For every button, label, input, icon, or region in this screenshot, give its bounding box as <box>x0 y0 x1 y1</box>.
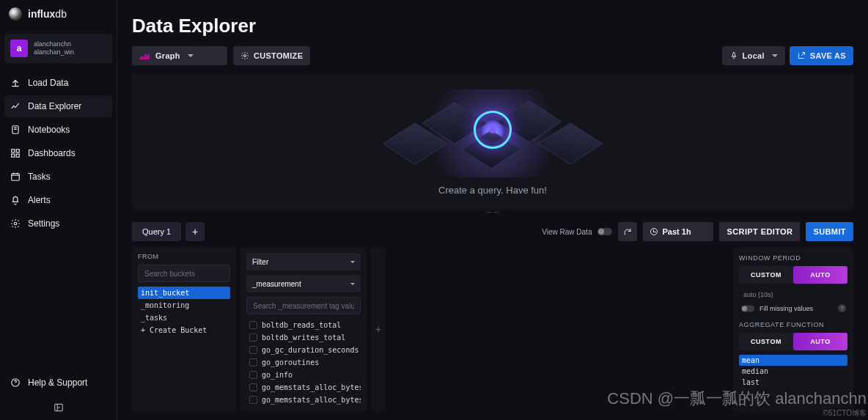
bucket-list: init_bucket _monitoring _tasks + Create … <box>138 287 230 405</box>
svg-rect-1 <box>12 150 15 152</box>
refresh-button[interactable] <box>618 222 637 241</box>
sidebar-item-help[interactable]: Help & Support <box>0 370 117 395</box>
page-title: Data Explorer <box>132 15 256 37</box>
customize-label: CUSTOMIZE <box>254 51 303 60</box>
add-query-button[interactable]: + <box>185 222 205 241</box>
aggregate-auto-button[interactable]: AUTO <box>793 333 847 350</box>
measurement-item[interactable]: go_info <box>246 369 361 381</box>
filter-key-dropdown[interactable]: _measurement <box>246 275 361 292</box>
window-period-label: WINDOW PERIOD <box>739 254 847 262</box>
bell-icon <box>10 195 21 205</box>
fill-missing-label: Fill missing values <box>760 305 813 312</box>
gear-icon <box>240 51 249 60</box>
empty-illustration <box>383 89 603 177</box>
sidebar: influxdb a alanchanchn alanchan_win Load… <box>0 0 117 420</box>
bucket-item[interactable]: init_bucket <box>138 287 230 299</box>
sidebar-item-tasks[interactable]: Tasks <box>4 166 112 188</box>
bucket-search-input[interactable] <box>138 265 230 282</box>
logo-text: influxdb <box>28 8 67 20</box>
help-icon[interactable]: ? <box>838 304 846 312</box>
aggregate-item[interactable]: median <box>739 366 847 377</box>
sidebar-item-dashboards[interactable]: Dashboards <box>4 142 112 164</box>
submit-button[interactable]: SUBMIT <box>806 222 853 241</box>
sidebar-item-load-data[interactable]: Load Data <box>4 72 112 94</box>
grid-icon <box>10 148 21 158</box>
fill-missing-toggle[interactable] <box>741 305 754 312</box>
save-as-button[interactable]: SAVE AS <box>790 46 853 65</box>
measurement-item[interactable]: go_memstats_alloc_bytes <box>246 381 361 394</box>
visualization-area: Create a query. Have fun! <box>132 74 853 210</box>
svg-rect-3 <box>12 154 15 157</box>
add-filter-button[interactable]: + <box>371 247 386 411</box>
raw-data-toggle[interactable] <box>597 228 612 235</box>
filter-panel: Filter _measurement boltdb_reads_total b… <box>240 247 367 411</box>
export-icon <box>797 51 806 60</box>
nav-label: Notebooks <box>28 125 70 135</box>
from-panel: FROM init_bucket _monitoring _tasks + Cr… <box>132 247 236 411</box>
aggregate-custom-button[interactable]: CUSTOM <box>739 333 793 350</box>
measurement-item[interactable]: go_gc_duration_seconds <box>246 344 361 356</box>
filter-type-label: Filter <box>252 258 268 266</box>
bucket-item[interactable]: _tasks <box>138 312 230 324</box>
nav-label: Data Explorer <box>28 101 81 111</box>
query-tab-1[interactable]: Query 1 <box>132 222 181 241</box>
nav-label: Help & Support <box>28 377 87 388</box>
aggregate-item[interactable]: mean <box>739 355 847 366</box>
pin-icon <box>729 51 738 60</box>
nav: Load Data Data Explorer Notebooks Dashbo… <box>0 69 117 237</box>
gear-icon <box>10 218 21 229</box>
nav-label: Alerts <box>28 195 51 205</box>
sidebar-item-notebooks[interactable]: Notebooks <box>4 119 112 141</box>
time-range-dropdown[interactable]: Past 1h <box>643 222 713 241</box>
measurement-item[interactable]: go_goroutines <box>246 356 361 369</box>
clock-icon <box>650 228 658 235</box>
measurement-item[interactable]: go_memstats_alloc_bytes_total <box>246 394 361 405</box>
aggregate-function-list: mean median last <box>739 355 847 405</box>
customize-button[interactable]: CUSTOMIZE <box>233 46 310 65</box>
sidebar-item-alerts[interactable]: Alerts <box>4 189 112 211</box>
resize-handle[interactable] <box>484 212 501 215</box>
logo[interactable]: influxdb <box>0 0 117 28</box>
save-as-label: SAVE AS <box>810 51 846 60</box>
timezone-label: Local <box>743 51 765 60</box>
svg-point-9 <box>244 55 246 57</box>
svg-rect-5 <box>12 174 20 180</box>
measurement-search-input[interactable] <box>246 297 361 314</box>
measurement-item[interactable]: boltdb_reads_total <box>246 319 361 331</box>
window-period-toggle: CUSTOM AUTO <box>739 266 847 284</box>
calendar-icon <box>10 172 21 182</box>
avatar: a <box>10 40 28 57</box>
help-icon <box>10 377 21 388</box>
svg-rect-2 <box>16 150 19 152</box>
create-bucket-item[interactable]: + Create Bucket <box>138 324 230 336</box>
graph-icon <box>139 52 150 59</box>
filter-type-dropdown[interactable]: Filter <box>246 253 361 270</box>
user-tile[interactable]: a alanchanchn alanchan_win <box>4 34 112 63</box>
viz-type-dropdown[interactable]: Graph <box>132 46 227 65</box>
sidebar-item-data-explorer[interactable]: Data Explorer <box>4 95 112 117</box>
nav-label: Tasks <box>28 172 51 182</box>
aggregate-toggle: CUSTOM AUTO <box>739 333 847 350</box>
functions-panel: WINDOW PERIOD CUSTOM AUTO auto (10s) Fil… <box>733 247 853 411</box>
nav-label: Load Data <box>28 78 68 88</box>
logo-icon <box>9 7 22 21</box>
filter-key-label: _measurement <box>252 280 301 288</box>
measurement-item[interactable]: boltdb_writes_total <box>246 331 361 344</box>
nav-label: Dashboards <box>28 148 76 158</box>
notebook-icon <box>10 125 21 135</box>
window-auto-button[interactable]: AUTO <box>793 266 847 284</box>
window-custom-button[interactable]: CUSTOM <box>739 266 793 284</box>
empty-text: Create a query. Have fun! <box>383 185 603 196</box>
from-label: FROM <box>138 253 230 260</box>
collapse-sidebar-button[interactable] <box>0 395 117 420</box>
sidebar-item-settings[interactable]: Settings <box>4 213 112 235</box>
script-editor-button[interactable]: SCRIPT EDITOR <box>719 222 800 241</box>
aggregate-item[interactable]: last <box>739 377 847 388</box>
user-names: alanchanchn alanchan_win <box>34 40 74 56</box>
raw-data-label: View Raw Data <box>542 228 592 236</box>
main: Data Explorer Graph CUSTOMIZE Local SAVE… <box>117 0 868 420</box>
timezone-dropdown[interactable]: Local <box>722 46 785 65</box>
aggregate-label: AGGREGATE FUNCTION <box>739 321 847 328</box>
chart-icon <box>10 101 21 111</box>
bucket-item[interactable]: _monitoring <box>138 299 230 312</box>
